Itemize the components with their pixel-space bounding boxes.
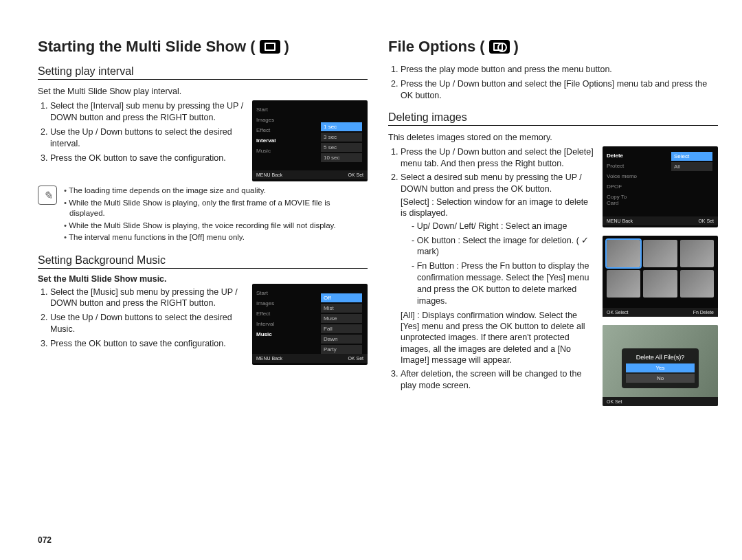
intro-play-interval: Set the Multi Slide Show play interval. xyxy=(38,87,368,96)
thumb xyxy=(607,240,640,267)
intro-deleting: This deletes images stored on the memory… xyxy=(388,133,718,142)
interval-screen: Start Images Effect Interval Music 1 sec… xyxy=(252,100,368,181)
confirm-dialog: Delete All File(s)? Yes No xyxy=(622,348,699,388)
page-number: 072 xyxy=(38,535,52,545)
thumb xyxy=(643,240,677,267)
interval-notes: ✎ The loading time depends on the image … xyxy=(38,186,368,245)
thumb xyxy=(680,240,714,267)
left-column: Starting the Multi Slide Show ( ) Settin… xyxy=(38,38,368,539)
manual-page: Starting the Multi Slide Show ( ) Settin… xyxy=(0,0,742,560)
delete-menu-footer: MENU Back OK Set xyxy=(603,216,718,225)
confirm-footer: OK Set xyxy=(603,397,718,406)
note-list: The loading time depends on the image si… xyxy=(64,186,368,245)
interval-menu: Start Images Effect Interval Music xyxy=(256,104,288,156)
music-options: Off Mist Muse Fall Dawn Party xyxy=(321,293,362,355)
music-menu: Start Images Effect Interval Music xyxy=(256,288,288,339)
heading-bg-music: Setting Background Music xyxy=(38,254,368,269)
confirm-delete-screen: Delete All File(s)? Yes No OK Set xyxy=(603,325,718,406)
thumbnail-select-screen: OK Select Fn Delete xyxy=(603,236,718,317)
file-options-icon xyxy=(489,40,510,54)
right-title: File Options ( ) xyxy=(388,38,718,56)
thumbnail-grid xyxy=(607,240,714,298)
thumb-footer: OK Select Fn Delete xyxy=(603,308,718,317)
interval-footer: MENU Back OK Set xyxy=(252,170,368,179)
left-title: Starting the Multi Slide Show ( ) xyxy=(38,38,368,56)
confirm-yes: Yes xyxy=(626,363,695,372)
intro-bg-music: Set the Multi Slide Show music. xyxy=(38,274,368,284)
note-icon: ✎ xyxy=(38,186,57,205)
heading-play-interval: Setting play interval xyxy=(38,65,368,80)
slideshow-icon xyxy=(260,40,280,54)
thumb xyxy=(607,270,640,298)
music-footer: MENU Back OK Set xyxy=(252,354,368,363)
delete-menu-left: Delete Protect Voice memo DPOF Copy To C… xyxy=(607,150,638,208)
interval-options: 1 sec 3 sec 5 sec 10 sec xyxy=(321,122,362,164)
delete-menu-right: Select All xyxy=(671,152,712,172)
heading-deleting-images: Deleting images xyxy=(388,111,718,126)
music-screen: Start Images Effect Interval Music Off M… xyxy=(252,284,368,365)
thumb xyxy=(643,270,677,298)
delete-screens: Delete Protect Voice memo DPOF Copy To C… xyxy=(603,146,718,414)
right-column: File Options ( ) Press the play mode but… xyxy=(388,38,718,539)
delete-menu-screen: Delete Protect Voice memo DPOF Copy To C… xyxy=(603,146,718,227)
file-options-intro: Press the play mode button and press the… xyxy=(388,64,718,102)
thumb xyxy=(680,270,714,298)
confirm-no: No xyxy=(626,374,695,383)
